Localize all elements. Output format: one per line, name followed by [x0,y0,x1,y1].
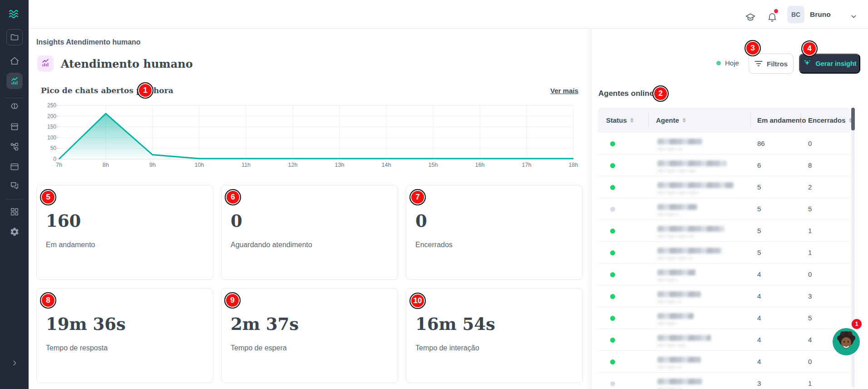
sort-icon [682,118,686,123]
column-header-agente[interactable]: Agente [656,108,686,133]
sidebar-item-ai[interactable] [0,101,29,113]
sidebar-item-workspace[interactable] [0,29,29,46]
folder-icon [6,29,23,45]
status-dot [610,359,615,364]
chevron-down-icon [160,63,168,71]
column-header-status[interactable]: Status [606,108,634,133]
date-status-dot [716,61,721,65]
sidebar-divider [5,98,23,98]
sidebar-item-chats[interactable] [0,180,29,192]
table-row: 52 [598,176,850,198]
annotation-badge-3: 3 [745,40,761,56]
cell-encerrados: 4 [808,329,812,351]
bell-icon [767,16,778,24]
cell-encerrados: 8 [808,155,812,176]
cell-em-andamento: 4 [757,307,761,329]
sidebar-collapse-button[interactable] [0,357,29,369]
y-tick-label: 50 [37,145,56,151]
stat-value: 19m 36s [46,314,126,334]
cell-encerrados: 0 [808,133,812,155]
agent-name-redacted [657,182,734,188]
grid-dashboard-icon [10,207,20,217]
storefront-icon [10,122,20,132]
cell-em-andamento: 86 [757,133,765,155]
sidebar-item-analytics[interactable] [0,72,29,90]
home-icon [10,56,20,66]
annotation-badge-4: 4 [801,40,818,57]
column-header-em-andamento[interactable]: Em andamento [757,108,806,133]
cell-em-andamento: 3 [757,373,761,389]
header-separator [801,112,801,128]
x-tick-label: 11h [236,162,256,168]
sidebar-item-store[interactable] [0,121,29,133]
sidebar-item-home[interactable] [0,55,29,67]
sidebar-item-apps[interactable] [0,206,29,218]
chat-widget-avatar[interactable] [833,328,860,355]
stat-card: 0Encerrados [406,185,583,280]
stat-label: Em andamento [46,241,95,249]
cell-em-andamento: 5 [757,198,761,220]
agent-subtext-redacted [657,147,682,151]
avatar[interactable]: BC [787,6,804,23]
panel-divider-shadow [586,29,592,389]
x-tick-label: 8h [96,162,116,168]
annotation-badge-10: 10 [409,293,426,309]
agent-subtext-redacted [657,300,681,304]
agent-subtext-redacted [657,213,679,216]
agent-name-redacted [657,139,703,145]
annotation-badge-9: 9 [224,292,241,309]
agent-name-redacted [657,335,711,341]
stat-label: Tempo de resposta [46,344,108,352]
date-filter-label: Hoje [725,59,739,67]
cell-em-andamento: 4 [757,285,761,307]
stat-label: Aguardando atendimento [231,241,312,249]
agent-name-redacted [657,269,695,275]
x-tick-label: 15h [423,162,443,168]
sidebar-item-flows[interactable] [0,141,29,153]
y-tick-label: 100 [37,135,56,141]
status-dot [610,163,615,168]
stat-card: 2m 37sTempo de espera [221,288,398,383]
agent-subtext-redacted [657,169,695,173]
table-row: 68 [598,155,850,176]
table-row: 51 [598,220,850,242]
table-row: 45 [598,307,850,329]
app-logo[interactable] [0,7,29,21]
agent-name-redacted [657,226,725,232]
x-tick-label: 12h [283,162,303,168]
agent-name-redacted [657,291,701,297]
see-more-link[interactable]: Ver mais [544,87,578,95]
annotation-badge-7: 7 [409,189,426,205]
title-dropdown-chevron[interactable] [160,61,168,71]
cell-encerrados: 5 [808,307,812,329]
agent-name-redacted [657,204,697,210]
agent-subtext-redacted [657,191,699,194]
status-dot [610,250,615,255]
agent-name-redacted [657,160,726,166]
user-name[interactable]: Bruno [810,10,831,19]
column-header-encerrados[interactable]: Encerrados [808,108,853,133]
agents-table: Status Agente Em andamento Encerrados 86… [598,108,850,389]
generate-insight-label: Gerar insight [815,60,856,67]
agent-name-redacted [657,379,703,384]
header-separator [648,112,649,128]
page-title[interactable]: Atendimento humano [61,57,193,70]
cell-encerrados: 1 [808,220,812,242]
sidebar-item-settings[interactable] [0,226,29,238]
x-tick-label: 18h [563,162,583,168]
agent-subtext-redacted [657,322,677,325]
graduation-cap-icon [745,16,756,24]
user-menu-chevron[interactable] [850,13,858,22]
academy-button[interactable] [745,12,756,25]
scrollbar-thumb[interactable] [851,108,855,130]
cell-em-andamento: 5 [757,242,761,264]
flow-icon [10,142,20,152]
stat-card: 160Em andamento [36,185,213,280]
agent-subtext-redacted [657,278,678,282]
chat-bubbles-icon [10,181,20,191]
sidebar-item-desk[interactable] [0,161,29,173]
y-tick-label: 150 [37,124,56,130]
date-filter-chip[interactable]: Hoje [716,59,739,67]
table-row: 860 [598,133,850,155]
filters-button[interactable]: Filtros [749,54,794,74]
